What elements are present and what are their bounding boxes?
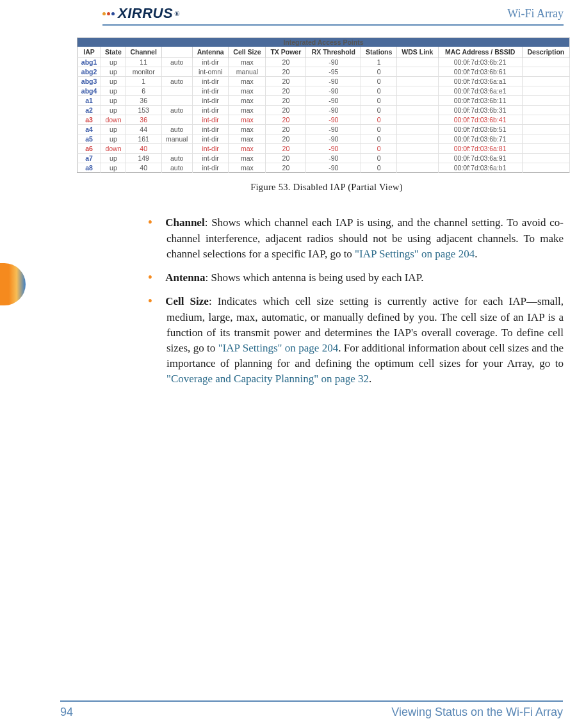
- table-cell-rx: -90: [306, 125, 361, 134]
- table-cell-desc: [522, 144, 569, 154]
- table-cell-rx: -90: [306, 134, 361, 144]
- table-cell-ant: int-dir: [192, 77, 229, 86]
- table-cell-tx: 20: [266, 163, 306, 173]
- iap-table: Integrated Access Points IAPStateChannel…: [77, 37, 570, 173]
- table-header-cell: [161, 47, 192, 58]
- table-cell-cell: max: [229, 58, 266, 67]
- bullet-list: Channel: Shows which channel each IAP is…: [141, 214, 564, 387]
- table-header-cell: State: [101, 47, 126, 58]
- table-cell-tx: 20: [266, 106, 306, 115]
- table-cell-tx: 20: [266, 77, 306, 86]
- table-cell-sta: 0: [361, 144, 397, 154]
- table-cell-ch: 40: [126, 144, 161, 154]
- table-cell-mode: manual: [161, 134, 192, 144]
- table-header-row: IAPStateChannelAntennaCell SizeTX PowerR…: [77, 47, 570, 58]
- table-cell-wds: [397, 115, 438, 125]
- table-cell-state: up: [101, 58, 126, 67]
- table-cell-mac: 00:0f:7d:03:6b:21: [438, 58, 522, 67]
- bullet-body: .: [475, 248, 477, 260]
- table-cell-ant: int-omni: [192, 67, 229, 77]
- table-header-cell: MAC Address / BSSID: [438, 47, 522, 58]
- table-cell-ch: 40: [126, 163, 161, 173]
- table-cell-wds: [397, 163, 438, 173]
- cross-ref-link[interactable]: "IAP Settings" on page 204: [218, 342, 339, 354]
- table-header-cell: Antenna: [192, 47, 229, 58]
- table-header-cell: Cell Size: [229, 47, 266, 58]
- table-cell-ch: 161: [126, 134, 161, 144]
- table-cell-desc: [522, 67, 569, 77]
- logo-dot: [111, 12, 115, 15]
- table-row: abg4up6int-dirmax20-90000:0f:7d:03:6a:e1: [77, 86, 570, 96]
- table-cell-ch: 44: [126, 125, 161, 134]
- table-cell-cell: max: [229, 154, 266, 163]
- figure: Integrated Access Points IAPStateChannel…: [77, 37, 576, 193]
- table-cell-sta: 1: [361, 58, 397, 67]
- registered-icon: ®: [174, 10, 179, 17]
- table-cell-tx: 20: [266, 154, 306, 163]
- table-cell-mode: [161, 144, 192, 154]
- footer-section-title: Viewing Status on the Wi-Fi Array: [391, 706, 563, 719]
- table-cell-ant: int-dir: [192, 106, 229, 115]
- table-cell-tx: 20: [266, 86, 306, 96]
- table-cell-cell: max: [229, 106, 266, 115]
- brand-logo: XIRRUS ®: [102, 5, 179, 22]
- table-row: a5up161manualint-dirmax20-90000:0f:7d:03…: [77, 134, 570, 144]
- table-cell-iap: a5: [77, 134, 101, 144]
- table-cell-tx: 20: [266, 67, 306, 77]
- table-cell-mac: 00:0f:7d:03:6b:61: [438, 67, 522, 77]
- table-cell-sta: 0: [361, 154, 397, 163]
- table-cell-wds: [397, 154, 438, 163]
- table-cell-state: down: [101, 144, 126, 154]
- page-header: XIRRUS ® Wi-Fi Array: [102, 5, 564, 26]
- table-cell-state: up: [101, 106, 126, 115]
- table-cell-state: up: [101, 125, 126, 134]
- table-cell-sta: 0: [361, 163, 397, 173]
- table-cell-state: up: [101, 77, 126, 86]
- table-cell-tx: 20: [266, 58, 306, 67]
- table-cell-cell: max: [229, 96, 266, 106]
- table-cell-wds: [397, 77, 438, 86]
- table-row: a2up153autoint-dirmax20-90000:0f:7d:03:6…: [77, 106, 570, 115]
- table-row: abg3up1autoint-dirmax20-90000:0f:7d:03:6…: [77, 77, 570, 86]
- table-cell-mode: auto: [161, 58, 192, 67]
- cross-ref-link[interactable]: "Coverage and Capacity Planning" on page…: [167, 373, 369, 385]
- table-row: a8up40autoint-dirmax20-90000:0f:7d:03:6a…: [77, 163, 570, 173]
- table-cell-mac: 00:0f:7d:03:6b:41: [438, 115, 522, 125]
- table-cell-mac: 00:0f:7d:03:6b:71: [438, 134, 522, 144]
- table-cell-tx: 20: [266, 96, 306, 106]
- table-cell-sta: 0: [361, 115, 397, 125]
- table-cell-mac: 00:0f:7d:03:6a:b1: [438, 163, 522, 173]
- table-cell-tx: 20: [266, 144, 306, 154]
- doc-title: Wi-Fi Array: [507, 7, 564, 20]
- table-row: abg1up11autoint-dirmax20-90100:0f:7d:03:…: [77, 58, 570, 67]
- table-cell-mode: [161, 96, 192, 106]
- table-cell-sta: 0: [361, 134, 397, 144]
- table-row: a6down40int-dirmax20-90000:0f:7d:03:6a:8…: [77, 144, 570, 154]
- table-header-cell: RX Threshold: [306, 47, 361, 58]
- table-cell-iap: abg1: [77, 58, 101, 67]
- table-cell-desc: [522, 77, 569, 86]
- table-cell-state: up: [101, 154, 126, 163]
- cross-ref-link[interactable]: "IAP Settings" on page 204: [355, 248, 475, 260]
- document-page: XIRRUS ® Wi-Fi Array Integrated Access P…: [0, 5, 577, 728]
- table-cell-ch: monitor: [126, 67, 161, 77]
- table-cell-rx: -90: [306, 163, 361, 173]
- table-cell-wds: [397, 86, 438, 96]
- table-cell-mac: 00:0f:7d:03:6a:91: [438, 154, 522, 163]
- table-cell-rx: -90: [306, 115, 361, 125]
- bullet-title: Cell Size: [165, 295, 209, 307]
- table-cell-tx: 20: [266, 134, 306, 144]
- bullet-title: Channel: [165, 216, 204, 229]
- table-cell-ant: int-dir: [192, 96, 229, 106]
- table-cell-rx: -90: [306, 144, 361, 154]
- table-cell-state: up: [101, 96, 126, 106]
- table-cell-iap: a8: [77, 163, 101, 173]
- table-cell-wds: [397, 134, 438, 144]
- table-cell-cell: max: [229, 144, 266, 154]
- table-cell-wds: [397, 144, 438, 154]
- table-cell-cell: max: [229, 115, 266, 125]
- bullet-title: Antenna: [165, 271, 205, 284]
- table-row: a4up44autoint-dirmax20-90000:0f:7d:03:6b…: [77, 125, 570, 134]
- table-cell-ant: int-dir: [192, 58, 229, 67]
- brand-name: XIRRUS: [118, 5, 173, 22]
